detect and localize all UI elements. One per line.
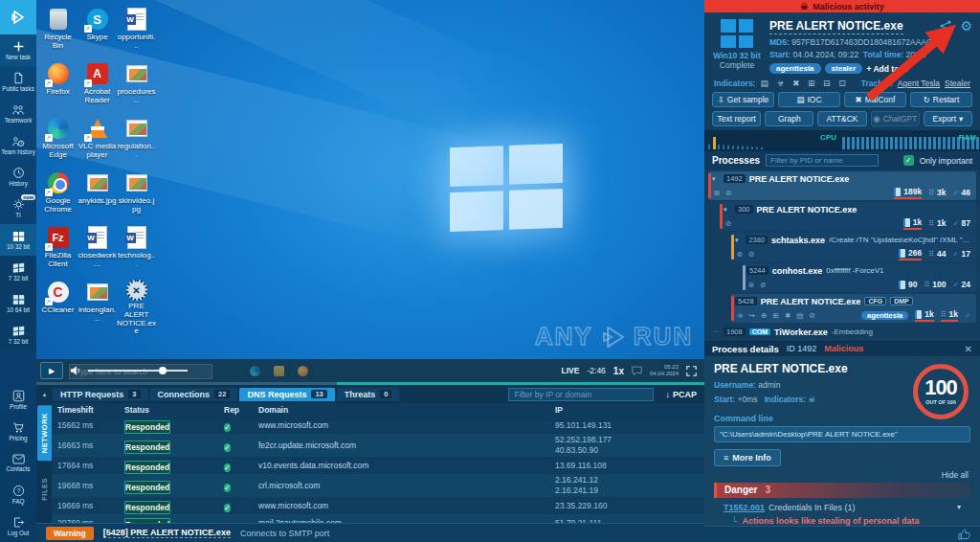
side-tab-network[interactable]: NETWORK [37, 405, 52, 461]
desktop-icon-ccleaner[interactable]: CCCleaner [38, 277, 78, 331]
registry-stat[interactable]: ♂24 [953, 280, 970, 290]
sidebar-item-ti[interactable]: new TI [0, 192, 36, 224]
desktop-icon-skype[interactable]: SSkype [78, 4, 117, 58]
chat-bubble-icon[interactable] [632, 366, 642, 375]
skull-indicator-icon[interactable]: ☠ [809, 395, 816, 404]
sidebar-item-new-task[interactable]: New task [0, 34, 36, 66]
export-button[interactable]: Export▾ [924, 111, 972, 126]
desktop-icon-regulation[interactable]: regulation... [117, 113, 156, 168]
desktop-icon-chrome[interactable]: Google Chrome [38, 168, 78, 222]
danger-section-header[interactable]: Danger 3 [714, 483, 970, 498]
desktop-icon-anykids[interactable]: anykids.jpg [78, 168, 117, 222]
modules-stat[interactable]: ⠿1k [941, 309, 958, 322]
modules-stat[interactable]: ⠿3k [928, 188, 946, 198]
status-process-link[interactable]: [5428] PRE ALERT NOTICE.exe [103, 528, 231, 538]
expand-caret[interactable]: ▾ [735, 237, 742, 244]
desktop-icon-skinvideo[interactable]: skinvideo.jpg [117, 168, 156, 222]
command-line-value[interactable]: "C:\Users\admin\Desktop\PRE ALERT NOTICE… [714, 426, 970, 442]
desktop-icon-intoenglan[interactable]: intoenglan... [78, 277, 117, 331]
desktop-icon-pre-alert-notice[interactable]: ✕PRE ALERT NOTICE.exe [117, 277, 156, 331]
sidebar-item-public-tasks[interactable]: Public tasks [0, 66, 36, 98]
sidebar-item-pricing[interactable]: Pricing [0, 416, 36, 447]
files-stat[interactable]: 189k [894, 187, 922, 199]
sidebar-item-teamwork[interactable]: Teamwork [0, 98, 36, 129]
desktop-icon-vlc[interactable]: VLC media player [78, 113, 117, 168]
volume-knob[interactable] [159, 367, 167, 374]
desktop-icon-filezilla[interactable]: FzFileZilla Client [38, 222, 78, 277]
chatgpt-button[interactable]: ◉ChatGPT [871, 111, 920, 126]
indicator-icons[interactable]: ▤ ☣ ✖ ⊞ ⊟ ⊡ [760, 79, 848, 88]
side-tab-files[interactable]: FILES [37, 470, 52, 508]
tab-threats[interactable]: Threats0 [337, 388, 400, 401]
cfg-badge[interactable]: CFG [864, 297, 886, 305]
volume-icon[interactable] [70, 365, 81, 376]
tracker-agent-tesla-link[interactable]: Agent Tesla [898, 79, 940, 88]
desktop-icon-procedures[interactable]: procedures... [117, 58, 156, 113]
process-filter-input[interactable] [766, 154, 879, 167]
registry-stat[interactable]: ♂87 [953, 218, 970, 229]
ioc-button[interactable]: ▤IOC [778, 92, 840, 107]
files-stat[interactable]: 90 [899, 280, 917, 290]
process-row-1908[interactable]: ⋯ 1908 COM TiWorker.exe -Embedding [708, 325, 976, 339]
close-icon[interactable]: ✕ [965, 344, 972, 354]
process-row-1492[interactable]: ▾ 1492 PRE ALERT NOTICE.exe ⊞ ⊘ 189k ⠿3k… [708, 171, 976, 200]
tab-http-requests[interactable]: HTTP Requests3 [53, 388, 148, 401]
modules-stat[interactable]: ⠿44 [928, 249, 946, 260]
table-row[interactable]: 16663 ms Responded ✓ fe2cr.update.micros… [52, 434, 704, 457]
sidebar-item-faq[interactable]: ? FAQ [0, 479, 36, 510]
desktop-icon-closedwork[interactable]: closedwork... [78, 222, 117, 277]
process-row-5244[interactable]: 5244 conhost.exe 0xffffffff -ForceV1 ⊚ ⊘… [743, 263, 976, 292]
text-report-button[interactable]: Text report [712, 111, 761, 126]
vm-screen[interactable]: Recycle Bin SSkype opportuniti... Firefo… [36, 0, 704, 359]
registry-stat[interactable]: ♂46 [953, 188, 970, 198]
network-filter-input[interactable] [508, 388, 654, 401]
tab-connections[interactable]: Connections22 [150, 388, 238, 401]
restart-button[interactable]: ↻Restart [910, 92, 972, 107]
modules-stat[interactable]: ⠿100 [924, 280, 946, 290]
tab-dns-requests[interactable]: DNS Requests13 [239, 388, 334, 401]
fullscreen-icon[interactable] [686, 366, 697, 376]
process-row-5428[interactable]: 5428 PRE ALERT NOTICE.exe CFG DMP ☠ ↪ ⊕ … [731, 294, 976, 323]
attck-button[interactable]: ATT&CK [817, 111, 866, 126]
caret-down-icon[interactable]: ▾ [957, 503, 961, 511]
sidebar-item-win7-32-a[interactable]: 7 32 bit [0, 256, 36, 287]
sidebar-item-team-history[interactable]: Team history [0, 129, 36, 161]
hide-all-link[interactable]: Hide all [716, 470, 969, 480]
desktop-icon-firefox[interactable]: Firefox [38, 58, 78, 113]
ram-graph[interactable]: RAM [842, 131, 980, 151]
desktop-icon-acrobat[interactable]: AAcrobat Reader [78, 58, 117, 113]
cpu-graph[interactable]: CPU [704, 131, 842, 151]
registry-stat[interactable]: ♂17 [953, 249, 970, 260]
tag-stealer[interactable]: stealer [825, 63, 863, 74]
anyrun-logo[interactable] [0, 0, 36, 34]
files-stat[interactable]: 1k [903, 217, 922, 230]
tag-agenttesla[interactable]: agenttesla [769, 63, 821, 74]
process-tag-agenttesla[interactable]: agenttesla [861, 311, 908, 320]
share-icon[interactable] [940, 20, 951, 32]
desktop-icon-edge[interactable]: Microsoft Edge [38, 113, 78, 168]
pcap-download-button[interactable]: ↓PCAP [665, 390, 697, 399]
malconf-button[interactable]: ✖MalConf [844, 92, 906, 107]
modules-stat[interactable]: ⠿1k [928, 218, 946, 229]
volume-slider[interactable] [88, 370, 188, 372]
sidebar-item-contacts[interactable]: Contacts [0, 447, 36, 479]
desktop-icon-technolog[interactable]: technolog... [117, 222, 156, 277]
play-button[interactable]: ▶ [40, 362, 63, 379]
only-important-checkbox[interactable]: ✓ [903, 155, 914, 166]
desktop-icon-opportuniti[interactable]: opportuniti... [117, 4, 156, 58]
sidebar-item-win7-32-b[interactable]: 7 32 bit [0, 319, 36, 350]
dmp-badge[interactable]: DMP [890, 297, 913, 305]
files-stat[interactable]: 266 [899, 248, 922, 260]
sample-title[interactable]: PRE ALERT NOTICE.exe [769, 19, 903, 34]
live-label[interactable]: LIVE [562, 366, 580, 375]
table-row[interactable]: 19669 ms Responded ✓ www.microsoft.com 2… [52, 497, 704, 514]
expand-caret[interactable]: ▾ [724, 206, 731, 214]
table-row[interactable]: 17664 ms Responded ✓ v10.events.data.mic… [52, 457, 704, 474]
collapse-panel-button[interactable]: ▴ [38, 391, 51, 398]
sidebar-item-history[interactable]: History [0, 161, 36, 192]
gear-icon[interactable]: ⚙ [960, 19, 972, 33]
desktop-icon-recycle-bin[interactable]: Recycle Bin [38, 4, 78, 58]
thumbs-up-icon[interactable] [958, 529, 970, 540]
expand-caret[interactable]: ▾ [712, 175, 720, 183]
technique-link[interactable]: T1552.001 [724, 503, 765, 512]
